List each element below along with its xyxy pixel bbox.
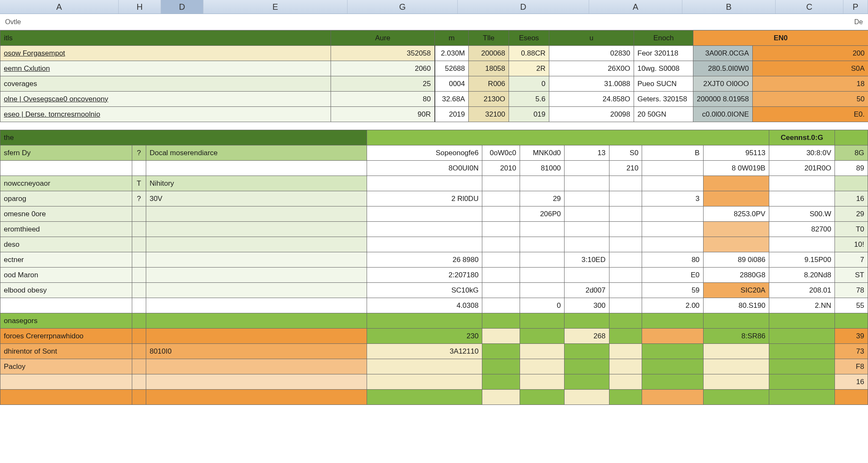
cell[interactable]	[565, 222, 609, 237]
cell[interactable]	[0, 298, 132, 313]
cell[interactable]	[769, 374, 835, 390]
cell[interactable]: 019	[509, 107, 549, 122]
cell[interactable]: 31.0088	[549, 76, 634, 92]
cell[interactable]: 7	[835, 252, 868, 268]
cell[interactable]: 8O0UI0N	[367, 161, 482, 176]
cell[interactable]: 73	[835, 344, 868, 359]
cell[interactable]	[703, 222, 769, 237]
cell[interactable]: 95113	[703, 145, 769, 161]
section1-header-cell[interactable]: Aure	[331, 31, 435, 46]
cell[interactable]: osow Forgasempot	[0, 46, 331, 61]
cell[interactable]	[642, 374, 703, 390]
cell[interactable]: 8253.0PV	[703, 206, 769, 222]
cell[interactable]: 2880G8	[703, 268, 769, 283]
cell[interactable]	[132, 252, 146, 268]
cell[interactable]	[609, 206, 642, 222]
cell[interactable]	[642, 313, 703, 329]
cell[interactable]: ?	[132, 191, 146, 206]
cell[interactable]: S00.W	[769, 206, 835, 222]
cell[interactable]	[132, 161, 146, 176]
cell[interactable]	[565, 359, 609, 374]
cell[interactable]: 89	[835, 161, 868, 176]
cell[interactable]	[132, 313, 146, 329]
cell[interactable]	[642, 359, 703, 374]
cell[interactable]: 29	[835, 206, 868, 222]
cell[interactable]: 02830	[549, 46, 634, 61]
cell[interactable]: 208.01	[769, 283, 835, 298]
column-header[interactable]: A	[589, 0, 682, 14]
cell[interactable]	[482, 191, 520, 206]
cell[interactable]	[609, 329, 642, 344]
cell[interactable]: 2R	[509, 61, 549, 76]
cell[interactable]	[520, 390, 564, 405]
cell[interactable]	[565, 191, 609, 206]
cell[interactable]: B	[642, 145, 703, 161]
cell[interactable]: 80.S190	[703, 298, 769, 313]
cell[interactable]	[642, 344, 703, 359]
cell[interactable]	[769, 313, 835, 329]
cell[interactable]	[609, 283, 642, 298]
cell[interactable]: 2:207180	[367, 268, 482, 283]
cell[interactable]: c0.0l00.0IONE	[693, 107, 753, 122]
cell[interactable]	[482, 283, 520, 298]
cell[interactable]	[0, 390, 132, 405]
cell[interactable]	[367, 222, 482, 237]
cell[interactable]	[146, 390, 367, 405]
cell[interactable]	[0, 161, 132, 176]
column-header[interactable]: D	[161, 0, 203, 14]
cell[interactable]	[482, 252, 520, 268]
cell[interactable]: 2XJT0 OI0OO	[693, 76, 753, 92]
cell[interactable]	[520, 268, 564, 283]
section2-table[interactable]: theCeennst.0:G sfern Dy?Docal moserendia…	[0, 130, 868, 405]
cell[interactable]: 30V	[146, 191, 367, 206]
cell[interactable]: eromthieed	[0, 222, 132, 237]
cell[interactable]: nowccneyoaor	[0, 176, 132, 191]
cell[interactable]: 2019	[435, 107, 469, 122]
cell[interactable]	[0, 374, 132, 390]
section1-header-cell[interactable]: EN0	[693, 31, 868, 46]
cell[interactable]	[520, 283, 564, 298]
cell[interactable]	[769, 344, 835, 359]
cell[interactable]: 16	[835, 374, 868, 390]
cell[interactable]	[146, 222, 367, 237]
cell[interactable]: Pueo SUCN	[634, 76, 693, 92]
cell[interactable]: onasegors	[0, 313, 132, 329]
cell[interactable]	[132, 268, 146, 283]
section1-table[interactable]: itlsAuremTlleEseosuEnochEN0 osow Forgase…	[0, 30, 868, 122]
cell[interactable]: 0.88CR	[509, 46, 549, 61]
cell[interactable]: 80	[331, 92, 435, 107]
cell[interactable]: omesne 0ore	[0, 206, 132, 222]
column-header[interactable]: H	[119, 0, 161, 14]
cell[interactable]	[609, 344, 642, 359]
cell[interactable]	[146, 252, 367, 268]
cell[interactable]	[146, 359, 367, 374]
cell[interactable]	[482, 344, 520, 359]
cell[interactable]	[520, 329, 564, 344]
cell[interactable]: 78	[835, 283, 868, 298]
cell[interactable]: oparog	[0, 191, 132, 206]
cell[interactable]: Sopeonogfe6	[367, 145, 482, 161]
cell[interactable]: 89 0i086	[703, 252, 769, 268]
cell[interactable]: eemn Cxlution	[0, 61, 331, 76]
cell[interactable]	[146, 268, 367, 283]
cell[interactable]	[565, 268, 609, 283]
cell[interactable]	[132, 344, 146, 359]
section2-header-right[interactable]: Ceennst.0:G	[769, 130, 835, 145]
cell[interactable]	[609, 222, 642, 237]
cell[interactable]: 52688	[435, 61, 469, 76]
cell[interactable]: 3A12110	[367, 344, 482, 359]
cell[interactable]	[520, 374, 564, 390]
cell[interactable]: SIC20A	[703, 283, 769, 298]
cell[interactable]: 25	[331, 76, 435, 92]
cell[interactable]: dhirentor of Sont	[0, 344, 132, 359]
cell[interactable]	[703, 313, 769, 329]
cell[interactable]	[367, 390, 482, 405]
cell[interactable]: 8G	[835, 145, 868, 161]
section1-header-cell[interactable]: Tlle	[469, 31, 509, 46]
cell[interactable]	[565, 374, 609, 390]
cell[interactable]: Geters. 320158	[634, 92, 693, 107]
cell[interactable]: 3:10ED	[565, 252, 609, 268]
cell[interactable]: 352058	[331, 46, 435, 61]
cell[interactable]	[520, 222, 564, 237]
cell[interactable]	[146, 329, 367, 344]
